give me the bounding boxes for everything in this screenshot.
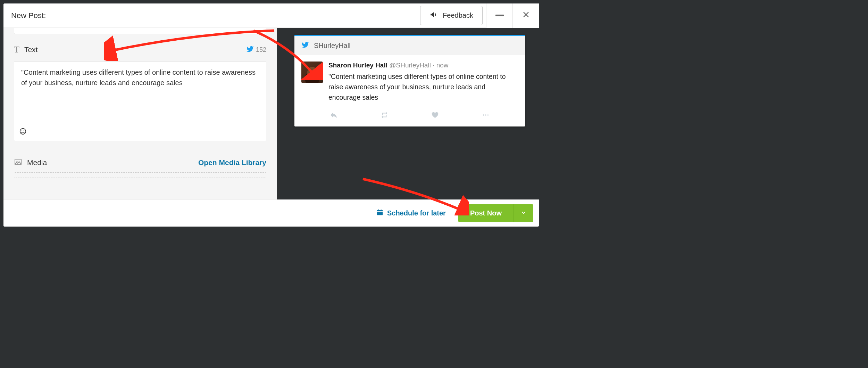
tweet-author-row: Sharon Hurley Hall @SHurleyHall · now: [328, 62, 518, 69]
media-dropzone[interactable]: [14, 172, 266, 178]
tweet-display-name: Sharon Hurley Hall: [328, 62, 387, 69]
megaphone-icon: [429, 10, 439, 21]
svg-rect-3: [15, 159, 21, 165]
modal-footer: Schedule for later Post Now: [3, 199, 539, 227]
twitter-icon: [301, 41, 309, 50]
tweet-body: Sharon Hurley Hall @SHurleyHall · now "C…: [294, 55, 525, 106]
svg-point-6: [485, 114, 486, 116]
text-section-header: T Text 152: [14, 44, 266, 55]
minimize-icon: [495, 15, 504, 16]
post-now-button[interactable]: Post Now: [458, 204, 514, 222]
tweet-preview-card: SHurleyHall Sharon Hurley Hall @SHurleyH…: [294, 35, 525, 126]
tweet-text: "Content marketing uses different types …: [328, 71, 518, 103]
char-count-value: 152: [256, 46, 266, 54]
post-button-group: Post Now: [458, 204, 533, 222]
modal-body: T Text 152: [3, 28, 539, 199]
preview-account-bar: SHurleyHall: [294, 36, 525, 55]
text-icon: T: [14, 44, 19, 55]
svg-point-1: [22, 130, 22, 131]
preview-account-handle: SHurleyHall: [314, 42, 351, 50]
schedule-for-later-button[interactable]: Schedule for later: [374, 208, 448, 218]
close-icon: [522, 10, 530, 21]
media-icon: [14, 158, 22, 167]
feedback-button[interactable]: Feedback: [420, 6, 483, 25]
twitter-icon: [246, 45, 254, 55]
new-post-modal: New Post: Feedback T Text: [3, 3, 539, 227]
open-media-library-link[interactable]: Open Media Library: [198, 158, 266, 167]
calendar-icon: [376, 208, 384, 218]
schedule-label: Schedule for later: [387, 209, 446, 217]
retweet-icon[interactable]: [381, 111, 388, 120]
post-options-dropdown[interactable]: [514, 204, 533, 222]
modal-header: New Post: Feedback: [3, 3, 539, 28]
composer-panel: T Text 152: [3, 28, 277, 199]
svg-point-2: [24, 130, 24, 131]
chevron-down-icon: [521, 211, 526, 216]
svg-point-5: [483, 114, 484, 116]
emoji-button[interactable]: [18, 127, 27, 138]
feedback-label: Feedback: [443, 11, 473, 19]
emoji-icon: [19, 128, 27, 137]
svg-rect-8: [377, 210, 383, 215]
media-section-header: Media Open Media Library: [14, 158, 266, 167]
tweet-actions: [294, 106, 525, 126]
tweet-timestamp: now: [436, 62, 449, 69]
close-button[interactable]: [512, 3, 539, 28]
avatar: [301, 62, 323, 83]
svg-point-0: [20, 129, 26, 134]
text-section-label: Text: [24, 46, 38, 54]
character-counter: 152: [246, 45, 266, 55]
post-text-input[interactable]: [14, 62, 266, 122]
text-toolbar: [14, 124, 266, 141]
text-card: [14, 61, 266, 141]
svg-point-4: [16, 161, 17, 162]
media-section-label: Media: [27, 158, 47, 167]
minimize-button[interactable]: [486, 3, 512, 28]
previous-section-stub: [14, 28, 266, 34]
svg-point-7: [487, 114, 489, 116]
reply-icon[interactable]: [330, 111, 337, 120]
modal-title: New Post:: [11, 11, 46, 20]
like-icon[interactable]: [431, 111, 439, 120]
more-icon[interactable]: [482, 111, 490, 120]
preview-panel: SHurleyHall Sharon Hurley Hall @SHurleyH…: [277, 28, 539, 199]
tweet-handle: @SHurleyHall: [389, 62, 431, 69]
